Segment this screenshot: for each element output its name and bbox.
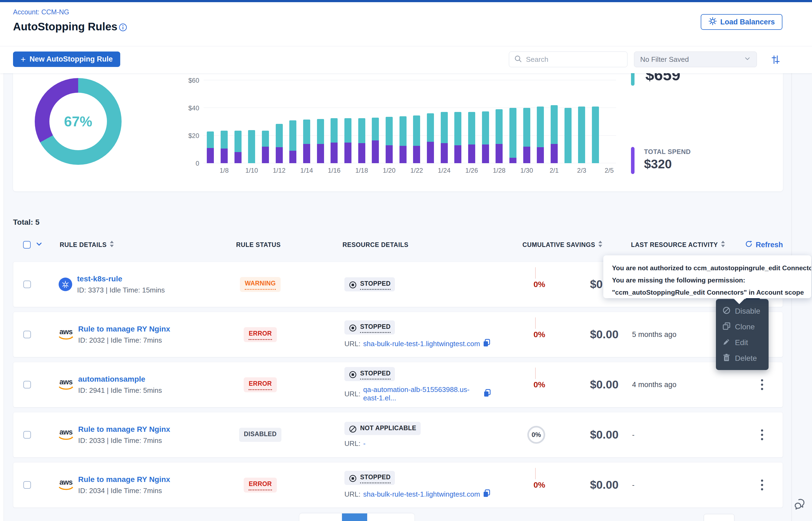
stacked-bar[interactable] <box>413 115 420 163</box>
search-input[interactable] <box>526 55 616 64</box>
row-checkbox[interactable] <box>23 280 31 288</box>
y-axis-tick: 0 <box>180 160 199 167</box>
sort-icon[interactable] <box>721 241 725 249</box>
rule-name-link[interactable]: automationsample <box>78 375 162 384</box>
stacked-bar[interactable] <box>262 131 269 163</box>
row-checkbox[interactable] <box>23 381 31 388</box>
stacked-bar[interactable] <box>495 109 503 163</box>
resource-url-link[interactable]: sha-bulk-rule-test-1.lightwingtest.com <box>363 340 480 348</box>
chevron-down-icon <box>744 55 751 64</box>
rule-name-link[interactable]: Rule to manage RY Nginx <box>78 325 170 334</box>
stacked-bar[interactable] <box>592 107 599 163</box>
stacked-bar[interactable] <box>317 119 324 163</box>
sort-icon[interactable] <box>598 241 603 249</box>
x-axis-tick: 1/18 <box>355 167 368 174</box>
url-label: URL: <box>344 439 360 448</box>
active-page-button[interactable] <box>342 514 367 521</box>
column-rule-details[interactable]: RULE DETAILS <box>54 241 219 249</box>
stacked-bar[interactable] <box>427 113 434 163</box>
stacked-bar[interactable] <box>468 112 475 163</box>
tooltip-line: "ccm_autoStoppingRule_edit Connectors" i… <box>612 286 811 298</box>
stacked-bar[interactable] <box>207 132 214 163</box>
resource-details-cell: STOPPEDURL:qa-automation-alb-515563988.u… <box>301 367 491 402</box>
stacked-bar[interactable] <box>289 120 296 163</box>
bulk-chevron-down-icon[interactable] <box>36 241 43 249</box>
account-breadcrumb[interactable]: Account: CCM-NG <box>13 8 69 16</box>
copy-icon[interactable] <box>483 389 491 399</box>
copy-icon[interactable] <box>483 489 490 499</box>
new-autostopping-rule-button[interactable]: + New AutoStopping Rule <box>13 51 120 67</box>
page-title: AutoStopping Rules <box>13 21 117 33</box>
row-menu-kebab-icon[interactable] <box>754 427 770 443</box>
row-checkbox[interactable] <box>23 331 31 338</box>
menu-item-edit[interactable]: Edit <box>723 335 769 350</box>
x-axis-tick: 1/12 <box>272 167 286 174</box>
stacked-bar[interactable] <box>482 111 489 163</box>
saved-filter-value: No Filter Saved <box>640 55 689 64</box>
stacked-bar[interactable] <box>303 119 310 163</box>
rule-name-link[interactable]: Rule to manage RY Nginx <box>78 475 170 484</box>
rule-meta: ID: 3373 | Idle Time: 15mins <box>77 286 165 294</box>
column-last-resource-activity[interactable]: LAST RESOURCE ACTIVITY <box>626 241 740 249</box>
resource-details-cell: STOPPED <box>301 277 491 291</box>
stacked-bar[interactable] <box>330 118 338 163</box>
resource-url-link[interactable]: qa-automation-alb-515563988.us-east-1.el… <box>363 385 480 402</box>
gear-icon <box>708 17 717 27</box>
column-cumulative-savings[interactable]: CUMULATIVE SAVINGS <box>491 241 626 249</box>
saved-filter-dropdown[interactable]: No Filter Saved <box>634 51 757 67</box>
new-rule-label: New AutoStopping Rule <box>29 55 113 63</box>
menu-item-disable[interactable]: Disable <box>723 303 769 319</box>
x-axis-tick: 2/1 <box>548 167 561 174</box>
stacked-bar[interactable] <box>372 118 379 163</box>
stacked-bar[interactable] <box>248 130 255 163</box>
rule-meta: ID: 2941 | Idle Time: 5mins <box>78 386 162 395</box>
stacked-bar[interactable] <box>564 108 572 163</box>
x-axis-tick: 1/26 <box>465 167 479 174</box>
page-size-select[interactable] <box>704 514 734 521</box>
stacked-bar[interactable] <box>400 116 407 163</box>
stacked-bar[interactable] <box>551 105 558 163</box>
stacked-bar[interactable] <box>578 107 585 163</box>
menu-item-delete[interactable]: Delete <box>723 350 769 366</box>
savings-tick <box>535 468 536 479</box>
load-balancers-button[interactable]: Load Balancers <box>701 14 783 30</box>
resource-url-line: URL:- <box>344 439 491 448</box>
select-all-checkbox[interactable] <box>23 241 31 249</box>
rule-name-link[interactable]: test-k8s-rule <box>77 275 165 283</box>
stacked-bar[interactable] <box>441 112 448 163</box>
row-checkbox[interactable] <box>23 481 31 489</box>
savings-tick <box>535 367 536 379</box>
menu-item-clone[interactable]: Clone <box>723 319 769 335</box>
filter-panel-icon[interactable] <box>770 54 781 65</box>
stacked-bar[interactable] <box>358 118 365 163</box>
table-row: awsRule to manage RY NginxID: 2033 | Idl… <box>13 412 783 458</box>
stacked-bar[interactable] <box>234 131 241 163</box>
page-header: Account: CCM-NG AutoStopping Rules Load … <box>0 2 812 73</box>
row-checkbox[interactable] <box>23 431 31 438</box>
stacked-bar[interactable] <box>386 117 393 163</box>
copy-icon[interactable] <box>483 339 490 349</box>
resource-url-link[interactable]: sha-bulk-rule-test-1.lightwingtest.com <box>363 490 480 498</box>
table-total-count: Total: 5 <box>13 218 39 227</box>
savings-tick <box>535 267 536 279</box>
stacked-bar[interactable] <box>523 108 530 163</box>
refresh-button[interactable]: Refresh <box>745 240 783 250</box>
load-balancers-label: Load Balancers <box>720 18 775 26</box>
sort-icon[interactable] <box>109 241 114 249</box>
help-chat-icon[interactable] <box>792 496 808 512</box>
row-menu-kebab-icon[interactable] <box>754 477 770 493</box>
stacked-bar[interactable] <box>454 112 461 163</box>
stacked-bar[interactable] <box>509 108 516 163</box>
spend-savings-bar-chart: $60$40$2001/81/101/121/141/161/181/201/2… <box>204 80 616 163</box>
stacked-bar[interactable] <box>276 124 283 163</box>
tooltip-line: You are missing the following permission… <box>612 274 811 286</box>
stacked-bar[interactable] <box>537 107 544 163</box>
rule-name-link[interactable]: Rule to manage RY Nginx <box>78 425 170 434</box>
rule-status-badge: DISABLED <box>239 428 282 442</box>
info-icon[interactable] <box>119 23 127 32</box>
stacked-bar[interactable] <box>221 131 228 163</box>
resource-url-link[interactable]: - <box>363 439 366 448</box>
stacked-bar[interactable] <box>344 118 351 163</box>
row-menu-kebab-icon[interactable] <box>754 377 770 392</box>
resource-state-badge: STOPPED <box>344 471 395 485</box>
